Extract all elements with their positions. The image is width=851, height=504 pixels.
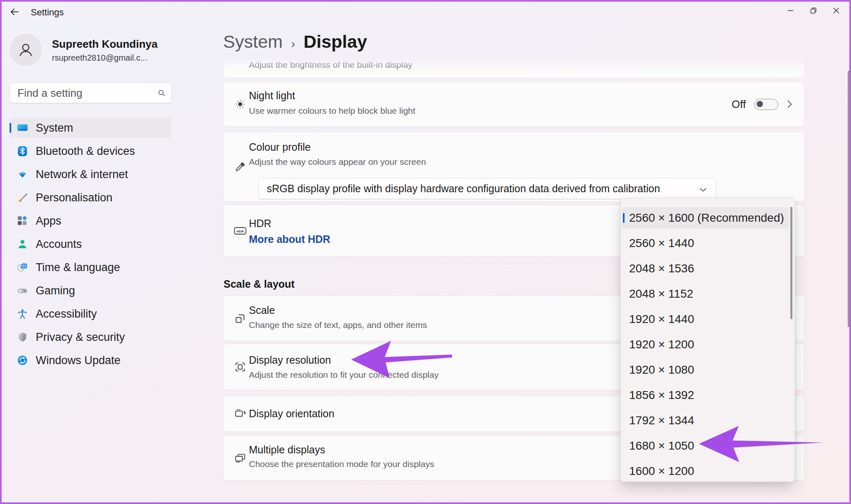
search-icon	[157, 89, 166, 97]
sidebar-item-gaming[interactable]: Gaming	[10, 281, 172, 301]
sidebar-item-label: Bluetooth & devices	[36, 145, 135, 158]
selected-indicator	[623, 213, 625, 223]
display-resolution-icon	[234, 360, 247, 374]
multiple-displays-title: Multiple displays	[249, 444, 325, 456]
hdr-icon: HDR	[234, 224, 247, 237]
search-box	[10, 83, 172, 103]
personalisation-icon	[17, 192, 28, 203]
sidebar-item-bluetooth-devices[interactable]: Bluetooth & devices	[10, 141, 172, 161]
resolution-option-1680-1050[interactable]: 1680 × 1050	[622, 435, 789, 457]
multiple-displays-icon	[234, 451, 247, 465]
resolution-option-1920-1080[interactable]: 1920 × 1080	[622, 359, 789, 381]
page-title: Display	[303, 32, 367, 52]
brightness-subtitle: Adjust the brightness of the built-in di…	[249, 60, 412, 70]
maximize-restore-icon	[810, 7, 817, 14]
resolution-option-2560-1440[interactable]: 2560 × 1440	[622, 232, 789, 254]
windows-update-icon	[17, 355, 28, 366]
sidebar-item-accessibility[interactable]: Accessibility	[10, 304, 172, 324]
sidebar-item-label: Apps	[36, 215, 61, 228]
night-light-toggle[interactable]	[754, 99, 778, 110]
breadcrumb-separator: ›	[291, 37, 295, 51]
colour-profile-icon	[234, 160, 247, 174]
flyout-scrollbar[interactable]	[790, 207, 792, 319]
resolution-option-1856-1392[interactable]: 1856 × 1392	[622, 384, 789, 406]
resolution-option-1792-1344[interactable]: 1792 × 1344	[622, 410, 789, 431]
sidebar-item-label: Accessibility	[36, 308, 97, 321]
sidebar-item-label: Accounts	[36, 238, 82, 251]
person-icon	[16, 40, 35, 59]
search-input[interactable]	[17, 86, 155, 100]
resolution-option-label: 1856 × 1392	[629, 389, 694, 402]
accounts-icon	[17, 239, 28, 250]
sidebar-item-label: Personalisation	[36, 191, 113, 204]
system-icon	[17, 122, 28, 133]
accessibility-icon	[17, 308, 28, 319]
resolution-options-list: 2560 × 1600 (Recommended)2560 × 14402048…	[622, 207, 789, 486]
scale-subtitle: Change the size of text, apps, and other…	[249, 320, 427, 330]
chevron-right-icon	[787, 100, 792, 109]
sidebar-item-label: Network & internet	[36, 168, 128, 181]
display-resolution-subtitle: Adjust the resolution to fit your connec…	[249, 370, 438, 380]
toggle-knob	[757, 101, 763, 107]
resolution-dropdown-flyout: 2560 × 1600 (Recommended)2560 × 14402048…	[620, 198, 795, 482]
resolution-option-1920-1200[interactable]: 1920 × 1200	[622, 334, 789, 355]
privacy-security-icon	[17, 332, 28, 343]
resolution-option-label: 2048 × 1152	[629, 287, 693, 301]
sidebar-item-privacy-security[interactable]: Privacy & security	[10, 327, 172, 347]
resolution-option-label: 2560 × 1600 (Recommended)	[629, 211, 784, 225]
minimize-button[interactable]	[779, 0, 802, 21]
resolution-option-label: 2048 × 1536	[629, 262, 694, 275]
maximize-restore-button[interactable]	[802, 0, 825, 21]
scale-title: Scale	[249, 304, 275, 316]
svg-text:HDR: HDR	[236, 229, 244, 233]
sidebar-item-label: Windows Update	[36, 354, 121, 367]
sidebar-item-apps[interactable]: Apps	[10, 211, 172, 231]
brightness-row-partial[interactable]: Adjust the brightness of the built-in di…	[223, 57, 804, 78]
resolution-option-2048-1536[interactable]: 2048 × 1536	[622, 258, 789, 279]
minimize-icon	[787, 7, 794, 14]
resolution-option-label: 1920 × 1440	[629, 313, 694, 326]
sidebar-item-network-internet[interactable]: Network & internet	[10, 164, 172, 184]
resolution-option-label: 1600 × 1200	[629, 465, 694, 478]
profile-email: rsupreeth2810@gmail.c...	[52, 53, 147, 63]
colour-profile-subtitle: Adjust the way colours appear on your sc…	[249, 157, 426, 167]
resolution-option-label: 1792 × 1344	[629, 414, 694, 427]
back-arrow-icon	[9, 7, 20, 17]
sidebar-item-windows-update[interactable]: Windows Update	[10, 350, 172, 370]
resolution-option-label: 1680 × 1050	[629, 439, 694, 453]
resolution-option-1600-1200[interactable]: 1600 × 1200	[622, 460, 789, 482]
resolution-option-2048-1152[interactable]: 2048 × 1152	[622, 283, 789, 305]
night-light-icon	[234, 98, 247, 111]
sidebar-item-time-language[interactable]: Time & language	[10, 257, 172, 277]
sidebar-item-label: System	[36, 122, 73, 135]
chevron-down-icon	[699, 186, 707, 191]
night-light-title: Night light	[249, 90, 295, 102]
sidebar-item-label: Privacy & security	[36, 331, 125, 344]
sidebar-item-accounts[interactable]: Accounts	[10, 234, 172, 254]
app-title: Settings	[31, 7, 64, 18]
resolution-option-1920-1440[interactable]: 1920 × 1440	[622, 308, 789, 330]
selected-indicator	[10, 123, 11, 133]
more-about-hdr-link[interactable]: More about HDR	[249, 233, 330, 245]
colour-profile-select[interactable]: sRGB display profile with display hardwa…	[258, 178, 716, 199]
breadcrumb-system[interactable]: System	[223, 32, 283, 52]
colour-profile-selected-value: sRGB display profile with display hardwa…	[267, 183, 660, 195]
night-light-controls: Off	[732, 82, 792, 126]
avatar[interactable]	[10, 34, 42, 66]
resolution-option-2560-1600[interactable]: 2560 × 1600 (Recommended)	[622, 207, 789, 229]
resolution-option-label: 2560 × 1440	[629, 237, 694, 250]
close-icon	[833, 7, 839, 14]
window-controls	[779, 0, 848, 23]
night-light-row[interactable]: Night light Use warmer colours to help b…	[223, 82, 804, 127]
resolution-option-label: 1920 × 1200	[629, 338, 694, 351]
sidebar-item-personalisation[interactable]: Personalisation	[10, 188, 172, 208]
bluetooth-icon	[17, 146, 28, 157]
night-light-subtitle: Use warmer colours to help block blue li…	[249, 106, 415, 116]
close-button[interactable]	[825, 0, 848, 21]
time-language-icon	[17, 262, 28, 273]
display-orientation-icon	[234, 407, 247, 421]
sidebar-item-system[interactable]: System	[10, 118, 172, 138]
page-scrollbar[interactable]	[848, 71, 850, 327]
back-button[interactable]	[9, 7, 22, 18]
sidebar-item-label: Gaming	[36, 284, 75, 297]
